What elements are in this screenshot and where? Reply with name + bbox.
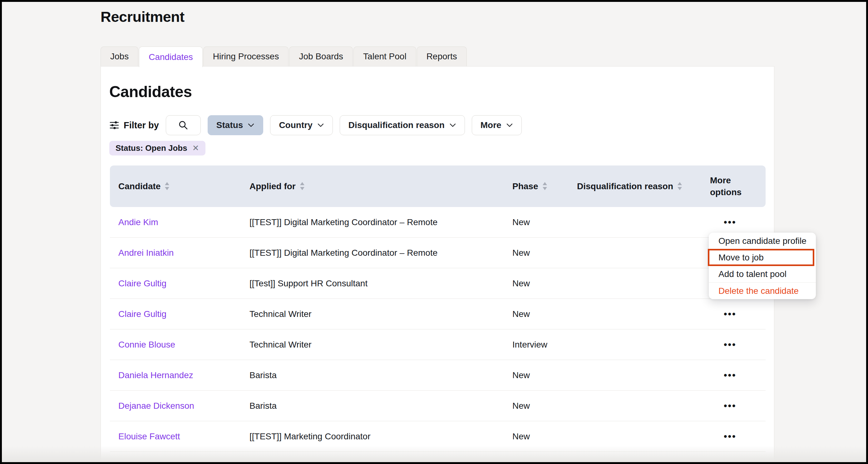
ellipsis-icon: •••: [724, 309, 737, 319]
search-button[interactable]: [166, 115, 201, 135]
candidate-name-cell: Dejanae Dickenson: [118, 401, 249, 411]
filter-button-label: More: [480, 120, 501, 130]
candidates-panel: Candidates Filter by: [100, 66, 774, 464]
column-header-applied-for[interactable]: Applied for: [249, 181, 513, 192]
phase-cell: Interview: [513, 340, 577, 350]
applied-for-cell: [[TEST]] Digital Marketing Coordinator –…: [249, 217, 513, 227]
applied-for-cell: [[Test]] Support HR Consultant: [249, 279, 513, 288]
menu-item-move-to-job[interactable]: Move to job: [709, 249, 816, 266]
recruitment-page: { "page": { "title": "Recruitment" }, "t…: [0, 0, 868, 464]
more-options-button[interactable]: •••: [710, 401, 737, 411]
candidate-link[interactable]: Andrei Iniatkin: [118, 248, 174, 257]
table-row: Andrei Iniatkin[[TEST]] Digital Marketin…: [110, 238, 766, 268]
phase-cell: New: [513, 401, 577, 411]
filter-row: Filter by StatusCountryDisqualification …: [109, 115, 522, 135]
tab-jobs[interactable]: Jobs: [100, 47, 138, 66]
candidate-link[interactable]: Andie Kim: [118, 217, 158, 227]
more-options-button[interactable]: •••: [710, 431, 737, 442]
table-row: Connie BlouseTechnical WriterInterview••…: [110, 330, 766, 360]
phase-cell: New: [513, 309, 577, 319]
menu-item-open-candidate-profile[interactable]: Open candidate profile: [709, 233, 816, 249]
menu-item-label: Open candidate profile: [718, 236, 806, 246]
candidate-name-cell: Claire Gultig: [118, 309, 249, 319]
applied-for-cell: [[TEST]] Digital Marketing Coordinator –…: [249, 248, 513, 258]
column-header-candidate[interactable]: Candidate: [118, 181, 249, 192]
ellipsis-icon: •••: [724, 339, 737, 350]
tab-reports[interactable]: Reports: [417, 47, 467, 66]
column-header-label: Candidate: [118, 181, 160, 192]
filter-button-status[interactable]: Status: [208, 115, 264, 135]
column-header-label: Disqualification reason: [577, 181, 673, 192]
ellipsis-icon: •••: [724, 431, 737, 441]
applied-for-cell: Barista: [249, 370, 513, 380]
sort-icon: [164, 181, 170, 191]
chevron-down-icon: [317, 123, 324, 127]
applied-for-cell: Technical Writer: [249, 340, 513, 350]
remove-filter-icon[interactable]: ✕: [192, 143, 199, 153]
filter-buttons: StatusCountryDisqualification reasonMore: [208, 115, 522, 135]
more-options-cell: •••: [710, 339, 766, 350]
filter-button-country[interactable]: Country: [270, 115, 333, 135]
table-body: Andie Kim[[TEST]] Digital Marketing Coor…: [110, 207, 766, 452]
more-options-button[interactable]: •••: [710, 339, 737, 350]
sort-icon: [542, 181, 548, 191]
more-options-button[interactable]: •••: [710, 217, 737, 228]
column-header-disqualification-reason[interactable]: Disqualification reason: [577, 181, 710, 192]
candidate-link[interactable]: Daniela Hernandez: [118, 370, 193, 380]
tab-bar: JobsCandidatesHiring ProcessesJob Boards…: [100, 47, 467, 67]
candidate-link[interactable]: Elouise Fawcett: [118, 432, 180, 441]
phase-cell: New: [513, 370, 577, 380]
more-options-cell: •••: [710, 217, 766, 228]
chevron-down-icon: [248, 123, 254, 127]
chevron-down-icon: [506, 123, 513, 127]
filter-button-label: Disqualification reason: [348, 120, 445, 130]
table-row: Claire Gultig[[Test]] Support HR Consult…: [110, 268, 766, 299]
more-options-button[interactable]: •••: [710, 309, 737, 319]
more-options-cell: •••: [710, 309, 766, 319]
tab-hiring-processes[interactable]: Hiring Processes: [203, 47, 289, 66]
filter-button-more[interactable]: More: [472, 115, 522, 135]
candidate-link[interactable]: Claire Gultig: [118, 279, 166, 288]
column-header-label: More options: [710, 175, 760, 198]
candidate-name-cell: Andrei Iniatkin: [118, 248, 249, 258]
chevron-down-icon: [449, 123, 456, 127]
candidate-link[interactable]: Connie Blouse: [118, 340, 175, 349]
active-filter-chip: Status: Open Jobs ✕: [109, 141, 206, 155]
phase-cell: New: [513, 248, 577, 258]
candidate-name-cell: Connie Blouse: [118, 340, 249, 350]
tab-talent-pool[interactable]: Talent Pool: [353, 47, 416, 66]
filter-by: Filter by: [109, 120, 159, 130]
more-options-cell: •••: [710, 431, 766, 442]
ellipsis-icon: •••: [724, 217, 737, 227]
row-context-menu: Open candidate profileMove to jobAdd to …: [709, 233, 816, 299]
tab-job-boards[interactable]: Job Boards: [289, 47, 353, 66]
menu-item-add-to-talent-pool[interactable]: Add to talent pool: [709, 266, 816, 282]
filter-button-label: Country: [279, 120, 312, 130]
chip-row: Status: Open Jobs ✕: [109, 141, 206, 155]
candidate-link[interactable]: Claire Gultig: [118, 309, 166, 319]
candidate-link[interactable]: Dejanae Dickenson: [118, 401, 194, 411]
more-options-button[interactable]: •••: [710, 370, 737, 381]
more-options-cell: •••: [710, 370, 766, 381]
applied-for-cell: Technical Writer: [249, 309, 513, 319]
candidate-name-cell: Daniela Hernandez: [118, 370, 249, 380]
menu-item-label: Add to talent pool: [718, 269, 786, 279]
table-row: Claire GultigTechnical WriterNew•••: [110, 299, 766, 330]
phase-cell: New: [513, 217, 577, 227]
column-header-phase[interactable]: Phase: [513, 181, 577, 192]
ellipsis-icon: •••: [724, 370, 737, 380]
menu-item-delete-the-candidate[interactable]: Delete the candidate: [709, 282, 816, 299]
phase-cell: New: [513, 432, 577, 441]
tab-candidates[interactable]: Candidates: [139, 47, 203, 67]
bottom-fade: [2, 446, 866, 462]
phase-cell: New: [513, 279, 577, 288]
menu-item-label: Move to job: [718, 253, 764, 262]
candidate-name-cell: Claire Gultig: [118, 279, 249, 288]
applied-for-cell: Barista: [249, 401, 513, 411]
filter-button-disqualification-reason[interactable]: Disqualification reason: [340, 115, 465, 135]
sliders-icon: [109, 120, 119, 130]
table-row: Daniela HernandezBaristaNew•••: [110, 360, 766, 391]
sort-icon: [300, 181, 305, 191]
column-header-label: Phase: [513, 181, 538, 192]
page-title: Recruitment: [100, 8, 185, 25]
